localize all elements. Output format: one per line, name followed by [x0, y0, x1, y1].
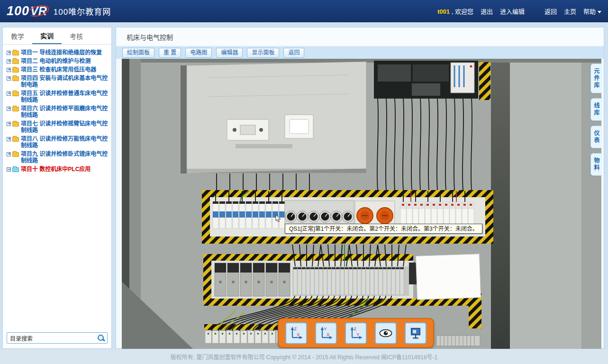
viewport-3d[interactable]: QS1[正常]第1个开关：未闭合。第2个开关：未闭合。第3个开关：未闭合。 Z …	[122, 59, 601, 349]
folder-icon	[12, 152, 19, 157]
tab-component-library[interactable]: 元件库	[590, 64, 602, 93]
sidebar-item-project-5[interactable]: 项目五 识读并检修普通车床电气控制线路	[5, 89, 109, 104]
folder-icon	[12, 68, 19, 73]
sidebar-item-project-6[interactable]: 项目六 识读并检修平面磨床电气控制线路	[5, 104, 109, 119]
expand-icon[interactable]	[7, 152, 11, 156]
site-name: 100唯尔教育网	[54, 5, 111, 17]
sidebar-item-project-9[interactable]: 项目九 识读并检修卧式镗床电气控制线路	[5, 150, 109, 165]
display-panel-icon	[408, 326, 423, 341]
svg-text:X: X	[327, 332, 329, 337]
view-zy-button[interactable]: Z Y	[345, 322, 367, 344]
display-panel-view-button[interactable]	[405, 322, 427, 344]
home-link[interactable]: 主页	[564, 7, 576, 16]
page: 100 VR 100唯尔教育网 t001 , 欢迎您 退出 进入编辑 返回 主页…	[0, 0, 608, 364]
sim-toolbar: 绘制面板 重 置 电路图 编辑器 显示面板 返回	[116, 46, 604, 59]
copyright-text: 版权所有: 厦门凤凰创壹软件有限公司 Copyright © 2014 - 20…	[171, 353, 437, 361]
site-logo[interactable]: 100 VR	[7, 4, 47, 18]
tab-instruments[interactable]: 仪表	[590, 126, 602, 148]
project-label: 项目六 识读并检修平面磨床电气控制线路	[21, 105, 109, 118]
folder-icon	[12, 137, 19, 142]
enter-edit-link[interactable]: 进入编辑	[500, 7, 525, 16]
expand-icon[interactable]	[7, 91, 11, 96]
folder-icon	[12, 76, 19, 81]
breaker-row[interactable]	[213, 201, 285, 228]
expand-icon[interactable]	[7, 59, 11, 64]
sidebar-item-project-2[interactable]: 项目二 电动机的维护与检测	[5, 57, 109, 65]
sidebar-item-project-4[interactable]: 项目四 安装与调试机床基本电气控制电路	[5, 74, 109, 89]
sidebar: 教学 实训 考核 项目一 导线连接和绝缘层的恢复 项目二 电动机的维护与检测 项…	[2, 27, 112, 349]
main-panel: 机床与电气控制 绘制面板 重 置 电路图 编辑器 显示面板 返回	[116, 27, 604, 349]
project-label-selected: 项目十 数控机床中PLC应用	[21, 166, 91, 173]
cabinet-3d-scene[interactable]	[122, 59, 601, 349]
switch-status-tooltip: QS1[正常]第1个开关：未闭合。第2个开关：未闭合。第3个开关：未闭合。	[285, 224, 482, 234]
expand-icon[interactable]	[7, 107, 11, 111]
back-link[interactable]: 返回	[544, 7, 557, 16]
reset-button[interactable]: 重 置	[159, 48, 181, 58]
library-tabs: 元件库 线库 仪表 物料	[590, 64, 602, 176]
expand-icon[interactable]	[7, 137, 11, 141]
expand-icon[interactable]	[7, 51, 11, 55]
chevron-down-icon	[598, 11, 601, 13]
collapse-icon[interactable]	[7, 167, 11, 172]
logout-link[interactable]: 退出	[481, 7, 493, 16]
folder-icon	[12, 91, 19, 96]
sidebar-item-project-7[interactable]: 项目七 识读并检修摇臂钻床电气控制线路	[5, 119, 109, 135]
view-zx-button[interactable]: Z X	[285, 322, 307, 344]
axis-zy-icon: Z Y	[348, 326, 363, 341]
header-links: t001 , 欢迎您 退出 进入编辑 返回 主页 帮助	[437, 7, 601, 16]
search-input[interactable]	[7, 335, 97, 341]
expand-icon[interactable]	[7, 122, 11, 126]
expand-icon[interactable]	[7, 68, 11, 72]
display-panel-button[interactable]: 显示面板	[247, 48, 279, 58]
view-control-bar: Z X Y X	[278, 318, 434, 348]
project-label: 项目三 检查机床常用低压电器	[21, 66, 96, 73]
tab-materials[interactable]: 物料	[590, 153, 602, 176]
machine-panel-top[interactable]	[181, 62, 366, 173]
project-tree: 项目一 导线连接和绝缘层的恢复 项目二 电动机的维护与检测 项目三 检查机床常用…	[3, 45, 111, 173]
project-label: 项目九 识读并检修卧式镗床电气控制线路	[21, 151, 109, 164]
folder-icon	[12, 59, 19, 64]
eye-icon	[378, 326, 393, 341]
tab-wire-library[interactable]: 线库	[590, 98, 602, 121]
project-label: 项目七 识读并检修摇臂钻床电气控制线路	[21, 120, 109, 134]
expand-icon[interactable]	[7, 76, 11, 81]
sidebar-item-project-10[interactable]: 项目十 数控机床中PLC应用	[5, 165, 109, 173]
footer-bar: 版权所有: 厦门凤凰创壹软件有限公司 Copyright © 2014 - 20…	[0, 349, 608, 364]
svg-text:Z: Z	[294, 327, 297, 331]
circuit-diagram-button[interactable]: 电路图	[185, 48, 212, 58]
view-yx-button[interactable]: Y X	[315, 322, 337, 344]
tab-assessment[interactable]: 考核	[62, 27, 91, 44]
top-header-bar: 100 VR 100唯尔教育网 t001 , 欢迎您 退出 进入编辑 返回 主页…	[0, 0, 608, 22]
username: t001	[437, 8, 450, 15]
project-label: 项目八 识读并检修万能铣床电气控制线路	[21, 136, 109, 149]
svg-text:X: X	[297, 332, 299, 337]
content-tab-bar: 机床与电气控制	[116, 27, 604, 46]
sidebar-item-project-3[interactable]: 项目三 检查机床常用低压电器	[5, 65, 109, 74]
sidebar-tabs: 教学 实训 考核	[3, 27, 111, 45]
logo-vr-text: VR	[30, 4, 47, 18]
editor-button[interactable]: 编辑器	[216, 48, 243, 58]
help-label: 帮助	[583, 8, 596, 15]
eye-view-button[interactable]	[375, 322, 397, 344]
svg-text:Y: Y	[324, 327, 327, 331]
tab-teaching[interactable]: 教学	[3, 27, 32, 44]
sidebar-item-project-8[interactable]: 项目八 识读并检修万能铣床电气控制线路	[5, 135, 109, 150]
folder-icon	[12, 51, 19, 55]
svg-text:Y: Y	[356, 332, 359, 337]
terminal-block[interactable]	[292, 263, 421, 296]
search-icon[interactable]	[97, 334, 105, 342]
axis-yx-icon: Y X	[318, 326, 334, 341]
project-label: 项目五 识读并检修普通车床电气控制线路	[21, 90, 109, 103]
folder-icon	[12, 107, 19, 111]
project-label: 项目二 电动机的维护与检测	[21, 58, 91, 64]
help-link[interactable]: 帮助	[583, 7, 601, 16]
welcome-text: , 欢迎您	[452, 8, 473, 15]
project-label: 项目一 导线连接和绝缘层的恢复	[21, 49, 102, 56]
return-button[interactable]: 返回	[283, 48, 304, 58]
tab-training[interactable]: 实训	[32, 27, 62, 44]
plc-unit[interactable]	[374, 61, 490, 100]
project-label: 项目四 安装与调试机床基本电气控制电路	[21, 75, 109, 88]
sidebar-item-project-1[interactable]: 项目一 导线连接和绝缘层的恢复	[5, 48, 109, 57]
draw-panel-button[interactable]: 绘制面板	[122, 48, 154, 58]
note-paper[interactable]	[416, 254, 481, 300]
